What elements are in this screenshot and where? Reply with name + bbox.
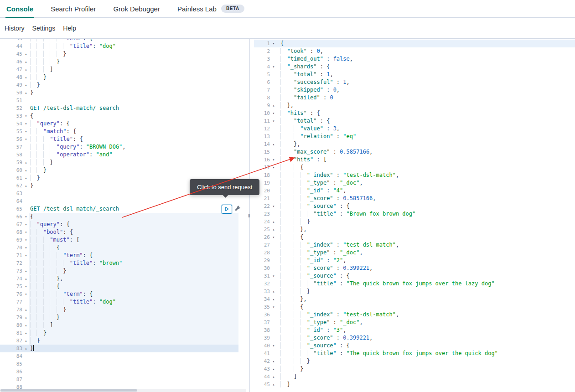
request-options-button[interactable] [233, 205, 242, 214]
code-line-7[interactable]: 7 "skipped" : 0, [254, 86, 575, 94]
code-line-31[interactable]: 31▾ "_source" : { [254, 272, 575, 280]
fold-open-icon[interactable]: ▾ [270, 164, 277, 171]
fold-close-icon[interactable]: ▴ [23, 329, 29, 337]
code-line-8[interactable]: 8 "failed" : 0 [254, 94, 575, 102]
code-line-47[interactable]: 47▴ ] [0, 66, 249, 73]
fold-open-icon[interactable]: ▾ [270, 342, 277, 350]
horizontal-scrollbar-thumb[interactable] [0, 389, 137, 392]
code-line-22[interactable]: 22▾ "_source" : { [254, 202, 575, 210]
fold-open-icon[interactable]: ▾ [23, 252, 29, 259]
code-line-26[interactable]: 26▾ { [254, 233, 575, 241]
fold-open-icon[interactable]: ▾ [270, 202, 277, 210]
code-line-78[interactable]: 78▴ } [0, 306, 249, 314]
fold-close-icon[interactable]: ▴ [270, 226, 277, 233]
fold-close-icon[interactable]: ▴ [270, 381, 277, 388]
fold-open-icon[interactable]: ▾ [23, 112, 29, 120]
code-line-72[interactable]: 72 "title": "brown" [0, 259, 249, 267]
menu-item-settings[interactable]: Settings [32, 25, 56, 32]
code-line-59[interactable]: 59▴ } [0, 159, 249, 166]
code-line-10[interactable]: 10▾ "hits" : { [254, 109, 575, 117]
code-line-69[interactable]: 69▾ "must": [ [0, 236, 249, 244]
code-line-3[interactable]: 3 "timed_out" : false, [254, 55, 575, 63]
response-output-panel[interactable]: 1▾{2 "took" : 0,3 "timed_out" : false,4▾… [254, 39, 575, 392]
fold-open-icon[interactable]: ▾ [270, 63, 277, 71]
tab-grok-debugger[interactable]: Grok Debugger [112, 0, 161, 17]
code-line-74[interactable]: 74▴ }, [0, 275, 249, 283]
code-line-44[interactable]: 44▴ ] [254, 373, 575, 381]
code-line-15[interactable]: 15 "max_score" : 0.5857166, [254, 148, 575, 156]
fold-close-icon[interactable]: ▴ [23, 306, 29, 314]
code-line-60[interactable]: 60▴ } [0, 166, 249, 174]
code-line-43[interactable]: 43▴ } [254, 365, 575, 373]
fold-close-icon[interactable]: ▴ [23, 81, 29, 89]
code-line-56[interactable]: 56▾ "title": { [0, 135, 249, 143]
code-line-50[interactable]: 50▴} [0, 89, 249, 97]
fold-open-icon[interactable]: ▾ [270, 109, 277, 117]
code-line-87[interactable]: 87 [0, 376, 249, 383]
send-request-button[interactable] [222, 205, 232, 214]
fold-close-icon[interactable]: ▴ [270, 218, 277, 226]
code-line-39[interactable]: 39 "_score" : 0.399221, [254, 334, 575, 342]
code-line-42[interactable]: 42▴ } [254, 357, 575, 365]
fold-close-icon[interactable]: ▴ [23, 337, 29, 345]
code-line-17[interactable]: 17▾ { [254, 164, 575, 171]
fold-close-icon[interactable]: ▴ [270, 365, 277, 373]
fold-close-icon[interactable]: ▴ [23, 314, 29, 321]
code-line-37[interactable]: 37 "_type" : "_doc", [254, 319, 575, 326]
fold-close-icon[interactable]: ▴ [23, 174, 29, 182]
code-line-67[interactable]: 67▾ "query": { [0, 221, 249, 228]
code-line-55[interactable]: 55▾ "match": { [0, 128, 249, 135]
fold-open-icon[interactable]: ▾ [270, 117, 277, 125]
code-line-66[interactable]: 66▾{ [0, 213, 249, 221]
code-line-44[interactable]: 44 "title": "dog" [0, 42, 249, 50]
code-line-38[interactable]: 38 "_id" : "3", [254, 326, 575, 334]
code-line-19[interactable]: 19 "_type" : "_doc", [254, 179, 575, 187]
code-line-84[interactable]: 84 [0, 352, 249, 360]
fold-open-icon[interactable]: ▾ [270, 272, 277, 280]
code-line-23[interactable]: 23 "title" : "Brown fox brown dog" [254, 210, 575, 218]
tab-console[interactable]: Console [5, 0, 34, 17]
fold-open-icon[interactable]: ▾ [23, 128, 29, 135]
code-line-68[interactable]: 68▾ "bool": { [0, 228, 249, 236]
code-line-54[interactable]: 54▾ "query": { [0, 120, 249, 128]
code-line-11[interactable]: 11▾ "total" : { [254, 117, 575, 125]
fold-close-icon[interactable]: ▴ [270, 102, 277, 109]
fold-open-icon[interactable]: ▾ [23, 120, 29, 128]
code-line-86[interactable]: 86 [0, 368, 249, 376]
code-line-14[interactable]: 14▴ }, [254, 140, 575, 148]
code-line-85[interactable]: 85 [0, 360, 249, 368]
code-line-77[interactable]: 77 "title": "dog" [0, 298, 249, 306]
fold-open-icon[interactable]: ▾ [270, 233, 277, 241]
code-line-49[interactable]: 49▴ } [0, 81, 249, 89]
menu-item-help[interactable]: Help [63, 25, 76, 32]
code-line-18[interactable]: 18 "_index" : "test-dsl-match", [254, 171, 575, 179]
resizer-handle-icon[interactable]: ‖ [248, 213, 250, 218]
code-line-48[interactable]: 48▴ } [0, 73, 249, 81]
fold-open-icon[interactable]: ▾ [23, 221, 29, 228]
fold-close-icon[interactable]: ▴ [270, 140, 277, 148]
fold-open-icon[interactable]: ▾ [270, 40, 277, 47]
code-line-65[interactable]: 65GET /test-dsl-match/_search [0, 205, 249, 213]
code-line-64[interactable]: 64 [0, 197, 249, 205]
horizontal-scrollbar[interactable] [0, 389, 246, 392]
code-line-40[interactable]: 40▾ "_source" : { [254, 342, 575, 350]
code-line-9[interactable]: 9▴ }, [254, 102, 575, 109]
code-line-81[interactable]: 81▴ } [0, 329, 249, 337]
fold-open-icon[interactable]: ▾ [270, 156, 277, 164]
code-line-20[interactable]: 20 "_id" : "4", [254, 187, 575, 195]
code-line-35[interactable]: 35▾ { [254, 303, 575, 311]
code-line-4[interactable]: 4▾ "_shards" : { [254, 63, 575, 71]
code-line-12[interactable]: 12 "value" : 3, [254, 125, 575, 133]
code-line-57[interactable]: 57 "query": "BROWN DOG", [0, 143, 249, 151]
code-line-5[interactable]: 5 "total" : 1, [254, 71, 575, 78]
panel-resizer[interactable]: ‖ [249, 39, 254, 392]
fold-close-icon[interactable]: ▴ [270, 288, 277, 295]
code-line-34[interactable]: 34▴ }, [254, 295, 575, 303]
tab-painless-lab[interactable]: Painless Lab BETA [176, 0, 245, 17]
code-line-33[interactable]: 33▴ } [254, 288, 575, 295]
code-line-32[interactable]: 32 "title" : "The quick brown fox jumps … [254, 280, 575, 288]
code-line-76[interactable]: 76▾ "term": { [0, 290, 249, 298]
fold-close-icon[interactable]: ▴ [270, 373, 277, 381]
fold-close-icon[interactable]: ▴ [23, 321, 29, 329]
code-line-2[interactable]: 2 "took" : 0, [254, 47, 575, 55]
